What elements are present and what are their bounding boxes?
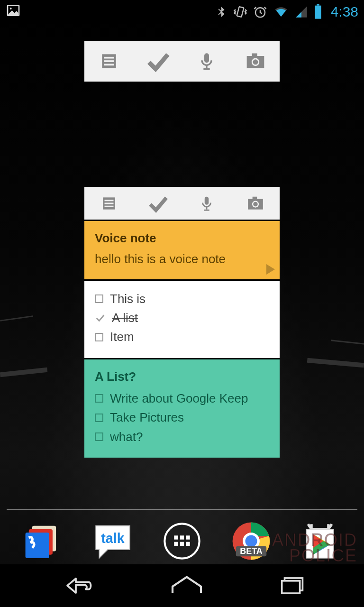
note-title: A List? (95, 368, 269, 385)
svg-rect-19 (104, 202, 113, 204)
svg-point-41 (245, 535, 257, 547)
list-item: This is (95, 289, 269, 308)
svg-rect-11 (206, 65, 207, 68)
new-note-button[interactable] (84, 187, 133, 220)
vibrate-icon (233, 5, 247, 19)
svg-text:BETA: BETA (240, 546, 262, 556)
camera-icon (245, 194, 266, 212)
app-talk[interactable]: talk (90, 518, 136, 564)
new-photo-button[interactable] (231, 41, 280, 82)
dock-separator (7, 509, 357, 510)
svg-rect-37 (180, 542, 184, 546)
recents-icon (276, 574, 309, 598)
talk-icon: talk (92, 521, 133, 561)
list-item-label: what? (110, 427, 143, 446)
currents-icon (24, 521, 64, 561)
svg-rect-20 (104, 205, 113, 207)
svg-rect-33 (174, 535, 178, 539)
check-icon (145, 48, 171, 74)
note-checklist[interactable]: A List? Write about Google Keep Take Pic… (84, 359, 280, 458)
note-body: hello this is a voice note (95, 250, 269, 267)
camera-icon (243, 51, 268, 72)
back-icon (55, 574, 97, 598)
keep-notes-widget: Voice note hello this is a voice note Th… (84, 187, 280, 458)
app-drawer-icon (163, 522, 201, 560)
mic-icon (199, 193, 215, 213)
app-currents[interactable] (21, 518, 67, 564)
status-clock: 4:38 (331, 4, 358, 20)
play-icon[interactable] (266, 264, 275, 275)
app-drawer-button[interactable] (159, 518, 205, 564)
checkbox-icon[interactable] (95, 333, 103, 341)
recents-button[interactable] (276, 574, 309, 598)
wifi-icon (273, 5, 289, 19)
note-icon (99, 51, 119, 72)
checkbox-icon[interactable] (95, 294, 103, 303)
svg-text:talk: talk (101, 531, 125, 546)
new-list-button[interactable] (133, 41, 182, 82)
list-item-label: This is (110, 289, 146, 308)
svg-point-32 (164, 524, 199, 558)
mic-icon (197, 50, 216, 73)
svg-rect-25 (252, 196, 257, 199)
svg-rect-36 (174, 542, 178, 546)
chrome-icon: BETA (231, 521, 272, 561)
gallery-notification-icon (6, 3, 21, 21)
list-item-label: A list (112, 308, 138, 327)
svg-rect-5 (315, 6, 321, 19)
note-checklist[interactable]: This is A list Item (84, 281, 280, 359)
list-item-label: Item (110, 327, 134, 346)
home-icon (168, 574, 206, 598)
list-item: Write about Google Keep (95, 389, 269, 408)
bluetooth-icon (215, 5, 228, 19)
new-voice-button[interactable] (182, 41, 231, 82)
watermark: ANDROID POLICE (272, 533, 357, 563)
svg-rect-18 (104, 200, 113, 201)
svg-rect-4 (317, 4, 319, 6)
keep-widget-toolbar (84, 187, 280, 221)
list-item: what? (95, 427, 269, 446)
svg-point-16 (253, 59, 258, 64)
app-chrome-beta[interactable]: BETA (228, 518, 274, 564)
svg-rect-22 (206, 207, 207, 210)
new-list-button[interactable] (133, 187, 182, 220)
checkbox-icon[interactable] (95, 394, 103, 403)
list-item-label: Write about Google Keep (110, 389, 248, 408)
svg-rect-34 (180, 535, 184, 539)
svg-rect-2 (237, 7, 244, 17)
list-item: A list (95, 308, 269, 327)
checkbox-icon[interactable] (95, 432, 103, 441)
status-bar: 4:38 (0, 0, 364, 24)
keep-quicknote-widget (84, 41, 280, 82)
signal-icon (295, 5, 308, 19)
svg-point-1 (10, 8, 12, 9)
checkmark-icon[interactable] (95, 313, 105, 323)
home-button[interactable] (168, 574, 206, 598)
back-button[interactable] (55, 574, 97, 598)
new-voice-button[interactable] (182, 187, 231, 220)
svg-rect-7 (104, 57, 114, 59)
alarm-icon (253, 5, 267, 19)
svg-rect-35 (186, 535, 190, 539)
svg-rect-8 (104, 60, 114, 62)
watermark-line: POLICE (272, 548, 357, 563)
svg-rect-46 (282, 581, 300, 593)
list-item: Item (95, 327, 269, 346)
svg-rect-23 (204, 209, 209, 211)
list-item-label: Take Pictures (110, 408, 184, 427)
svg-rect-21 (204, 196, 209, 204)
svg-rect-10 (204, 53, 209, 63)
check-icon (146, 192, 169, 215)
navigation-bar (0, 564, 364, 607)
note-voice[interactable]: Voice note hello this is a voice note (84, 221, 280, 281)
svg-rect-9 (104, 64, 114, 66)
note-title: Voice note (95, 230, 269, 247)
svg-rect-12 (203, 68, 209, 70)
checkbox-icon[interactable] (95, 414, 103, 422)
svg-rect-14 (252, 54, 257, 57)
new-photo-button[interactable] (231, 187, 280, 220)
new-note-button[interactable] (84, 41, 133, 82)
note-icon (100, 194, 118, 212)
list-item: Take Pictures (95, 408, 269, 427)
svg-point-27 (253, 202, 258, 206)
